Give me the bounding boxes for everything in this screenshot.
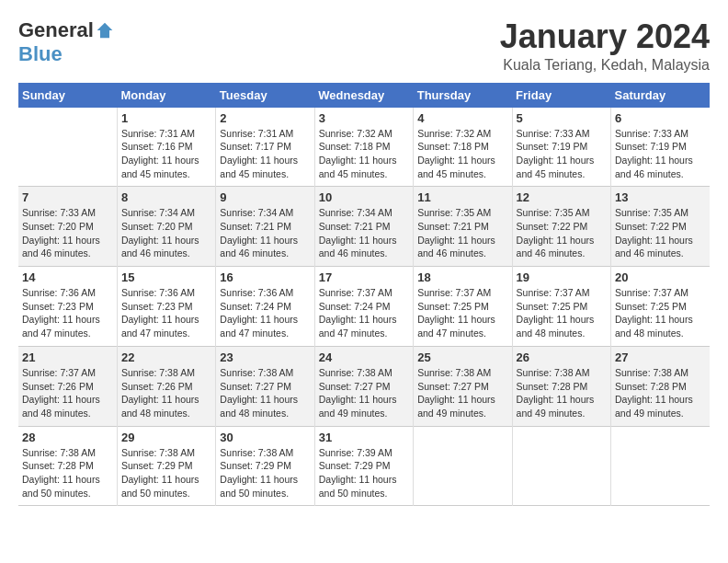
- day-number: 18: [417, 270, 507, 284]
- day-cell: 27Sunrise: 7:38 AM Sunset: 7:28 PM Dayli…: [611, 346, 710, 426]
- day-cell: 6Sunrise: 7:33 AM Sunset: 7:19 PM Daylig…: [611, 108, 710, 187]
- day-number: 5: [517, 111, 607, 125]
- day-number: 22: [121, 350, 211, 364]
- day-number: 12: [517, 190, 607, 204]
- day-number: 8: [121, 190, 211, 204]
- day-cell: 20Sunrise: 7:37 AM Sunset: 7:25 PM Dayli…: [611, 267, 710, 347]
- day-info: Sunrise: 7:31 AM Sunset: 7:17 PM Dayligh…: [220, 127, 310, 181]
- day-info: Sunrise: 7:36 AM Sunset: 7:23 PM Dayligh…: [121, 286, 211, 340]
- day-cell: 11Sunrise: 7:35 AM Sunset: 7:21 PM Dayli…: [414, 187, 512, 267]
- day-info: Sunrise: 7:32 AM Sunset: 7:18 PM Dayligh…: [319, 127, 409, 181]
- day-number: 14: [22, 270, 113, 284]
- day-number: 26: [517, 350, 607, 364]
- day-cell: 23Sunrise: 7:38 AM Sunset: 7:27 PM Dayli…: [216, 346, 314, 426]
- day-info: Sunrise: 7:37 AM Sunset: 7:26 PM Dayligh…: [22, 366, 113, 420]
- day-number: 11: [417, 190, 507, 204]
- day-number: 29: [121, 431, 211, 444]
- day-of-week-friday: Friday: [512, 83, 610, 108]
- day-info: Sunrise: 7:35 AM Sunset: 7:22 PM Dayligh…: [517, 206, 607, 260]
- day-info: Sunrise: 7:38 AM Sunset: 7:27 PM Dayligh…: [319, 366, 409, 420]
- day-info: Sunrise: 7:32 AM Sunset: 7:18 PM Dayligh…: [417, 127, 507, 181]
- week-row-5: 28Sunrise: 7:38 AM Sunset: 7:28 PM Dayli…: [18, 426, 710, 506]
- day-info: Sunrise: 7:38 AM Sunset: 7:26 PM Dayligh…: [121, 366, 211, 420]
- day-info: Sunrise: 7:35 AM Sunset: 7:21 PM Dayligh…: [417, 206, 507, 260]
- day-of-week-thursday: Thursday: [414, 83, 512, 108]
- day-info: Sunrise: 7:38 AM Sunset: 7:28 PM Dayligh…: [517, 366, 607, 420]
- day-of-week-monday: Monday: [117, 83, 215, 108]
- week-row-2: 7Sunrise: 7:33 AM Sunset: 7:20 PM Daylig…: [18, 187, 710, 267]
- day-number: 30: [220, 431, 310, 444]
- day-info: Sunrise: 7:34 AM Sunset: 7:20 PM Dayligh…: [121, 206, 211, 260]
- day-info: Sunrise: 7:31 AM Sunset: 7:16 PM Dayligh…: [121, 127, 211, 181]
- logo-icon: [96, 21, 114, 40]
- day-number: 28: [22, 431, 113, 444]
- day-cell: 21Sunrise: 7:37 AM Sunset: 7:26 PM Dayli…: [18, 346, 117, 426]
- day-number: 16: [220, 270, 310, 284]
- day-info: Sunrise: 7:37 AM Sunset: 7:25 PM Dayligh…: [615, 286, 706, 340]
- week-row-4: 21Sunrise: 7:37 AM Sunset: 7:26 PM Dayli…: [18, 346, 710, 426]
- title-section: January 2024 Kuala Teriang, Kedah, Malay…: [500, 18, 710, 74]
- day-cell: 14Sunrise: 7:36 AM Sunset: 7:23 PM Dayli…: [18, 267, 117, 347]
- day-of-week-sunday: Sunday: [18, 83, 117, 108]
- day-cell: 5Sunrise: 7:33 AM Sunset: 7:19 PM Daylig…: [512, 108, 610, 187]
- day-number: 31: [319, 431, 409, 444]
- day-info: Sunrise: 7:33 AM Sunset: 7:20 PM Dayligh…: [22, 206, 113, 260]
- day-info: Sunrise: 7:37 AM Sunset: 7:25 PM Dayligh…: [417, 286, 507, 340]
- day-info: Sunrise: 7:36 AM Sunset: 7:24 PM Dayligh…: [220, 286, 310, 340]
- day-number: 20: [615, 270, 706, 284]
- page-header: General Blue January 2024 Kuala Teriang,…: [18, 18, 710, 74]
- day-cell: 29Sunrise: 7:38 AM Sunset: 7:29 PM Dayli…: [117, 426, 215, 506]
- day-info: Sunrise: 7:38 AM Sunset: 7:27 PM Dayligh…: [220, 366, 310, 420]
- day-cell: 3Sunrise: 7:32 AM Sunset: 7:18 PM Daylig…: [314, 108, 413, 187]
- day-cell: 13Sunrise: 7:35 AM Sunset: 7:22 PM Dayli…: [611, 187, 710, 267]
- day-number: 2: [220, 111, 310, 125]
- day-number: 21: [22, 350, 113, 364]
- day-cell: 4Sunrise: 7:32 AM Sunset: 7:18 PM Daylig…: [414, 108, 512, 187]
- day-cell: 28Sunrise: 7:38 AM Sunset: 7:28 PM Dayli…: [18, 426, 117, 506]
- day-cell: 10Sunrise: 7:34 AM Sunset: 7:21 PM Dayli…: [314, 187, 413, 267]
- day-number: 3: [319, 111, 409, 125]
- day-info: Sunrise: 7:37 AM Sunset: 7:24 PM Dayligh…: [319, 286, 409, 340]
- location: Kuala Teriang, Kedah, Malaysia: [500, 57, 710, 74]
- day-of-week-wednesday: Wednesday: [314, 83, 413, 108]
- day-cell: 16Sunrise: 7:36 AM Sunset: 7:24 PM Dayli…: [216, 267, 314, 347]
- day-cell: [512, 426, 610, 506]
- day-cell: 22Sunrise: 7:38 AM Sunset: 7:26 PM Dayli…: [117, 346, 215, 426]
- day-number: 24: [319, 350, 409, 364]
- logo-blue: Blue: [18, 42, 63, 66]
- day-cell: 30Sunrise: 7:38 AM Sunset: 7:29 PM Dayli…: [216, 426, 314, 506]
- day-info: Sunrise: 7:38 AM Sunset: 7:27 PM Dayligh…: [417, 366, 507, 420]
- day-cell: [414, 426, 512, 506]
- day-number: 6: [615, 111, 706, 125]
- day-info: Sunrise: 7:38 AM Sunset: 7:28 PM Dayligh…: [615, 366, 706, 420]
- day-number: 4: [417, 111, 507, 125]
- day-cell: 7Sunrise: 7:33 AM Sunset: 7:20 PM Daylig…: [18, 187, 117, 267]
- day-cell: 2Sunrise: 7:31 AM Sunset: 7:17 PM Daylig…: [216, 108, 314, 187]
- day-info: Sunrise: 7:33 AM Sunset: 7:19 PM Dayligh…: [615, 127, 706, 181]
- day-of-week-saturday: Saturday: [611, 83, 710, 108]
- day-cell: 17Sunrise: 7:37 AM Sunset: 7:24 PM Dayli…: [314, 267, 413, 347]
- logo-general: General: [18, 18, 94, 42]
- day-info: Sunrise: 7:34 AM Sunset: 7:21 PM Dayligh…: [319, 206, 409, 260]
- day-cell: 15Sunrise: 7:36 AM Sunset: 7:23 PM Dayli…: [117, 267, 215, 347]
- day-number: 27: [615, 350, 706, 364]
- day-number: 1: [121, 111, 211, 125]
- logo: General Blue: [18, 18, 114, 66]
- day-number: 10: [319, 190, 409, 204]
- day-number: 15: [121, 270, 211, 284]
- day-number: 17: [319, 270, 409, 284]
- day-number: 25: [417, 350, 507, 364]
- month-year: January 2024: [500, 18, 710, 55]
- day-cell: 18Sunrise: 7:37 AM Sunset: 7:25 PM Dayli…: [414, 267, 512, 347]
- day-info: Sunrise: 7:34 AM Sunset: 7:21 PM Dayligh…: [220, 206, 310, 260]
- day-info: Sunrise: 7:39 AM Sunset: 7:29 PM Dayligh…: [319, 446, 409, 500]
- day-info: Sunrise: 7:37 AM Sunset: 7:25 PM Dayligh…: [517, 286, 607, 340]
- day-number: 9: [220, 190, 310, 204]
- day-info: Sunrise: 7:35 AM Sunset: 7:22 PM Dayligh…: [615, 206, 706, 260]
- day-cell: 24Sunrise: 7:38 AM Sunset: 7:27 PM Dayli…: [314, 346, 413, 426]
- day-info: Sunrise: 7:38 AM Sunset: 7:28 PM Dayligh…: [22, 446, 113, 500]
- day-cell: 31Sunrise: 7:39 AM Sunset: 7:29 PM Dayli…: [314, 426, 413, 506]
- day-info: Sunrise: 7:38 AM Sunset: 7:29 PM Dayligh…: [220, 446, 310, 500]
- day-info: Sunrise: 7:38 AM Sunset: 7:29 PM Dayligh…: [121, 446, 211, 500]
- week-row-3: 14Sunrise: 7:36 AM Sunset: 7:23 PM Dayli…: [18, 267, 710, 347]
